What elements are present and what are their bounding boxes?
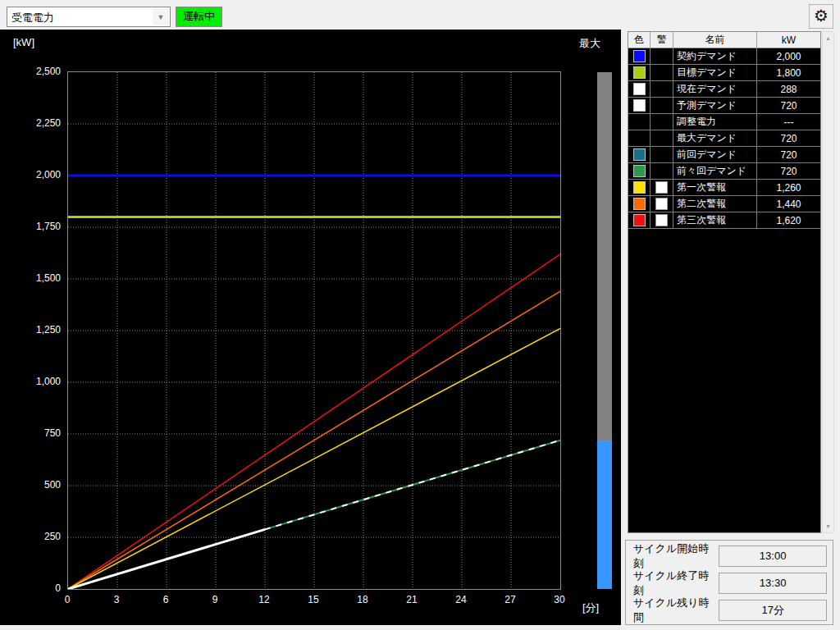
y-tick-label: 2,000	[3, 169, 61, 180]
y-tick-label: 500	[3, 479, 61, 491]
channel-select-value: 受電電力	[11, 11, 54, 25]
cycle-start-row: サイクル開始時刻 13:00	[633, 546, 827, 567]
y-tick-label: 0	[3, 582, 61, 594]
series-name-cell: 最大デマンド	[673, 130, 757, 146]
plot-area	[67, 71, 561, 590]
y-tick-label: 1,250	[3, 324, 61, 336]
scroll-up-icon[interactable]: ▲	[823, 35, 833, 41]
cycle-end-label: サイクル終了時刻	[633, 568, 719, 598]
operation-status-button[interactable]: 運転中	[176, 7, 222, 27]
alarm-cell	[651, 147, 673, 162]
color-swatch	[633, 148, 646, 161]
color-swatch	[633, 99, 646, 112]
x-axis-unit-label: [分]	[582, 600, 599, 615]
cycle-remaining-label: サイクル残り時間	[633, 596, 719, 625]
x-tick-label: 18	[349, 594, 377, 605]
y-tick-label: 1,000	[3, 376, 61, 387]
color-swatch	[633, 214, 646, 226]
x-tick-label: 30	[546, 594, 573, 605]
y-tick-label: 1,500	[3, 272, 61, 284]
series-name-cell: 予測デマンド	[673, 98, 757, 113]
x-tick-label: 0	[53, 594, 81, 605]
table-row[interactable]: 契約デマンド2,000	[628, 48, 820, 65]
alarm-cell	[651, 163, 673, 179]
color-cell	[628, 147, 651, 162]
color-cell	[628, 48, 651, 64]
chart-panel: [kW] 最大 [分] 02505007501,0001,2501,5001,7…	[0, 30, 621, 625]
table-row[interactable]: 予測デマンド720	[628, 98, 820, 114]
y-tick-label: 1,750	[3, 221, 61, 232]
table-row[interactable]: 前々回デマンド720	[628, 163, 820, 180]
table-row[interactable]: 現在デマンド288	[628, 81, 820, 98]
kw-value-cell: 720	[757, 147, 820, 162]
series-name-cell: 調整電力	[673, 114, 757, 130]
cycle-remaining-row: サイクル残り時間 17分	[633, 600, 827, 621]
table-row[interactable]: 第一次警報1,260	[628, 180, 820, 196]
color-cell	[628, 212, 651, 228]
settings-button[interactable]: ⚙	[809, 4, 833, 29]
alarm-cell	[651, 98, 673, 113]
color-cell	[628, 65, 651, 80]
table-row[interactable]: 前回デマンド720	[628, 147, 820, 163]
series-name-cell: 前々回デマンド	[673, 163, 757, 179]
cycle-info-panel: サイクル開始時刻 13:00 サイクル終了時刻 13:30 サイクル残り時間 1…	[625, 540, 833, 625]
alarm-cell	[651, 180, 673, 195]
x-tick-label: 6	[152, 594, 180, 605]
table-row[interactable]: 第三次警報1,620	[628, 212, 820, 229]
dropdown-arrow-icon[interactable]: ▼	[153, 8, 169, 25]
series-name-cell: 第二次警報	[673, 196, 757, 212]
alarm-checkbox[interactable]	[655, 214, 668, 226]
y-tick-label: 250	[3, 531, 61, 542]
x-tick-label: 24	[447, 594, 475, 605]
y-tick-label: 2,500	[3, 66, 61, 77]
color-cell	[628, 163, 651, 179]
kw-value-cell: 1,800	[757, 65, 820, 80]
table-row[interactable]: 調整電力---	[628, 114, 820, 130]
max-demand-bar	[597, 72, 612, 589]
table-row[interactable]: 最大デマンド720	[628, 130, 820, 147]
kw-value-cell: 720	[757, 163, 820, 179]
color-swatch	[633, 66, 646, 79]
table-row[interactable]: 目標デマンド1,800	[628, 65, 820, 81]
y-tick-label: 2,250	[3, 117, 61, 129]
table-header-color: 色	[628, 32, 651, 48]
alarm-cell	[651, 130, 673, 146]
cycle-start-value: 13:00	[719, 546, 827, 567]
table-row[interactable]: 第二次警報1,440	[628, 196, 820, 212]
x-tick-label: 21	[398, 594, 426, 605]
y-tick-label: 750	[3, 427, 61, 439]
series-name-cell: 契約デマンド	[673, 48, 757, 64]
color-swatch	[633, 83, 646, 95]
cycle-end-value: 13:30	[719, 573, 827, 594]
alarm-cell	[651, 212, 673, 228]
series-name-cell: 現在デマンド	[673, 81, 757, 97]
cycle-start-label: サイクル開始時刻	[633, 541, 719, 571]
x-tick-label: 9	[201, 594, 229, 605]
alarm-cell	[651, 48, 673, 64]
app-window: 受電電力 ▼ 運転中 ⚙ [kW] 最大 [分] 02505007501,000…	[0, 0, 840, 630]
table-scrollbar[interactable]: ▲ ▼	[822, 31, 834, 533]
color-cell	[628, 98, 651, 113]
kw-value-cell: 2,000	[757, 48, 820, 64]
table-header-row: 色 警 名前 kW	[628, 32, 820, 48]
alarm-cell	[651, 196, 673, 212]
gear-icon: ⚙	[814, 7, 829, 25]
alarm-checkbox[interactable]	[655, 198, 668, 210]
color-swatch	[633, 50, 646, 62]
color-cell	[628, 180, 651, 195]
kw-value-cell: 288	[757, 81, 820, 97]
channel-select[interactable]: 受電電力 ▼	[7, 7, 171, 27]
y-axis-unit-label: [kW]	[13, 36, 34, 48]
series-name-cell: 目標デマンド	[673, 65, 757, 80]
x-tick-label: 27	[496, 594, 524, 605]
alarm-checkbox[interactable]	[655, 181, 668, 194]
color-cell	[628, 81, 651, 97]
scroll-down-icon[interactable]: ▼	[823, 523, 833, 529]
series-name-cell: 第三次警報	[673, 212, 757, 228]
color-swatch	[633, 165, 646, 177]
table-body: 契約デマンド2,000目標デマンド1,800現在デマンド288予測デマンド720…	[628, 48, 820, 229]
color-cell	[628, 196, 651, 212]
table-header-name: 名前	[673, 32, 757, 48]
alarm-cell	[651, 65, 673, 80]
kw-value-cell: ---	[757, 114, 820, 130]
